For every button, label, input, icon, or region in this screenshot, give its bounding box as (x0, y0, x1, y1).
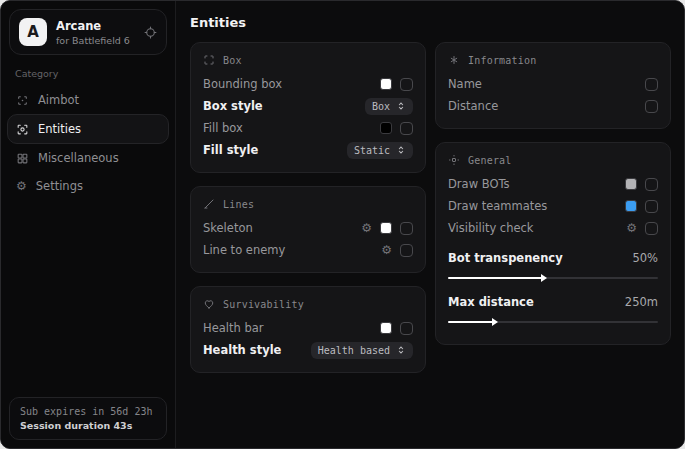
slider-thumb[interactable] (492, 318, 498, 326)
slider-fill (448, 277, 545, 279)
scan-eye-icon (16, 123, 29, 136)
setting-label: Skeleton (203, 221, 253, 235)
gear-icon[interactable]: ⚙ (626, 222, 637, 234)
information-card-header: Information (448, 54, 658, 66)
brand-text: Arcane for Battlefield 6 (56, 19, 135, 46)
asterisk-icon (448, 54, 460, 66)
setting-row: Fill style Static (203, 139, 413, 161)
setting-row: Health style Health based (203, 339, 413, 361)
setting-label: Name (448, 77, 482, 91)
checkbox[interactable] (645, 222, 658, 235)
gear-icon[interactable]: ⚙ (381, 244, 392, 256)
slider-bot-transpenency: Bot transpenency 50% (448, 245, 658, 279)
sidebar-item-entities[interactable]: Entities (7, 114, 169, 144)
checkbox[interactable] (645, 178, 658, 191)
brand-card: A Arcane for Battlefield 6 (9, 9, 167, 55)
sidebar-item-label: Miscellaneous (38, 151, 119, 165)
setting-row: Draw teammates (448, 195, 658, 217)
general-card-header: General (448, 154, 658, 166)
survivability-card: Survivability Health bar Health style He… (190, 286, 426, 373)
lines-card-header: Lines (203, 198, 413, 210)
chevron-up-down-icon (396, 101, 406, 111)
checkbox[interactable] (400, 122, 413, 135)
slider-value: 50% (632, 251, 658, 265)
sidebar-item-label: Aimbot (38, 93, 79, 107)
dropdown-value: Health based (318, 345, 390, 356)
setting-row: Draw BOTs (448, 173, 658, 195)
setting-label: Bounding box (203, 77, 282, 91)
sub-expires-text: Sub expires in 56d 23h (20, 406, 156, 417)
brand-avatar: A (19, 18, 47, 46)
brand-subtitle: for Battlefield 6 (56, 35, 135, 46)
setting-row: Box style Box (203, 95, 413, 117)
setting-label: Health bar (203, 321, 264, 335)
checkbox[interactable] (645, 100, 658, 113)
gear-icon[interactable]: ⚙ (361, 222, 372, 234)
setting-row: Skeleton ⚙ (203, 217, 413, 239)
main-content: Entities Box Bounding box (176, 1, 684, 448)
slider-track[interactable] (448, 321, 658, 323)
setting-label: Distance (448, 99, 498, 113)
setting-row: Name (448, 73, 658, 95)
checkbox[interactable] (400, 322, 413, 335)
layout-grid-icon (16, 152, 29, 165)
slider-track[interactable] (448, 277, 658, 279)
slider-max-distance: Max distance 250m (448, 289, 658, 323)
chevron-up-down-icon (396, 145, 406, 155)
setting-label: Fill style (203, 143, 258, 157)
subscription-card: Sub expires in 56d 23h Session duration … (9, 397, 167, 440)
setting-row: Visibility check ⚙ (448, 217, 658, 239)
box-card: Box Bounding box Box style Box (190, 42, 426, 173)
setting-label: Draw BOTs (448, 177, 510, 191)
setting-label: Draw teammates (448, 199, 547, 213)
slider-thumb[interactable] (541, 274, 547, 282)
card-title: Information (468, 55, 536, 66)
sidebar-item-settings[interactable]: ⚙ Settings (7, 172, 169, 200)
brand-name: Arcane (56, 19, 135, 33)
card-title: Survivability (223, 299, 304, 310)
setting-row: Health bar (203, 317, 413, 339)
dropdown-value: Static (354, 145, 390, 156)
session-duration-text: Session duration 43s (20, 420, 156, 431)
color-swatch[interactable] (380, 78, 392, 90)
color-swatch[interactable] (380, 222, 392, 234)
page-title: Entities (190, 15, 671, 30)
survivability-card-header: Survivability (203, 298, 413, 310)
pencil-line-icon (203, 198, 215, 210)
box-corners-icon (203, 54, 215, 66)
box-card-header: Box (203, 54, 413, 66)
sidebar-item-label: Entities (38, 122, 81, 136)
sidebar-item-aimbot[interactable]: Aimbot (7, 86, 169, 114)
sidebar-item-miscellaneous[interactable]: Miscellaneous (7, 144, 169, 172)
setting-row: Line to enemy ⚙ (203, 239, 413, 261)
sidebar-item-label: Settings (36, 179, 83, 193)
setting-label: Health style (203, 343, 281, 357)
checkbox[interactable] (400, 78, 413, 91)
lines-card: Lines Skeleton ⚙ Line to enemy ⚙ (190, 186, 426, 273)
checkbox[interactable] (400, 244, 413, 257)
gear-icon: ⚙ (16, 180, 27, 192)
color-swatch[interactable] (380, 122, 392, 134)
app-window: A Arcane for Battlefield 6 Category Aimb… (0, 0, 685, 449)
box-style-dropdown[interactable]: Box (365, 98, 413, 115)
fill-style-dropdown[interactable]: Static (347, 142, 413, 159)
setting-row: Distance (448, 95, 658, 117)
setting-label: Line to enemy (203, 243, 285, 257)
grid-dots-icon (448, 154, 460, 166)
target-icon[interactable] (144, 26, 157, 39)
checkbox[interactable] (400, 222, 413, 235)
color-swatch[interactable] (625, 178, 637, 190)
card-title: General (468, 155, 512, 166)
checkbox[interactable] (645, 200, 658, 213)
slider-value: 250m (625, 295, 658, 309)
heart-icon (203, 298, 215, 310)
category-label: Category (15, 68, 161, 79)
checkbox[interactable] (645, 78, 658, 91)
slider-label: Max distance (448, 295, 534, 309)
color-swatch[interactable] (380, 322, 392, 334)
setting-label: Fill box (203, 121, 243, 135)
color-swatch[interactable] (625, 200, 637, 212)
health-style-dropdown[interactable]: Health based (311, 342, 413, 359)
setting-label: Visibility check (448, 221, 534, 235)
setting-label: Box style (203, 99, 263, 113)
